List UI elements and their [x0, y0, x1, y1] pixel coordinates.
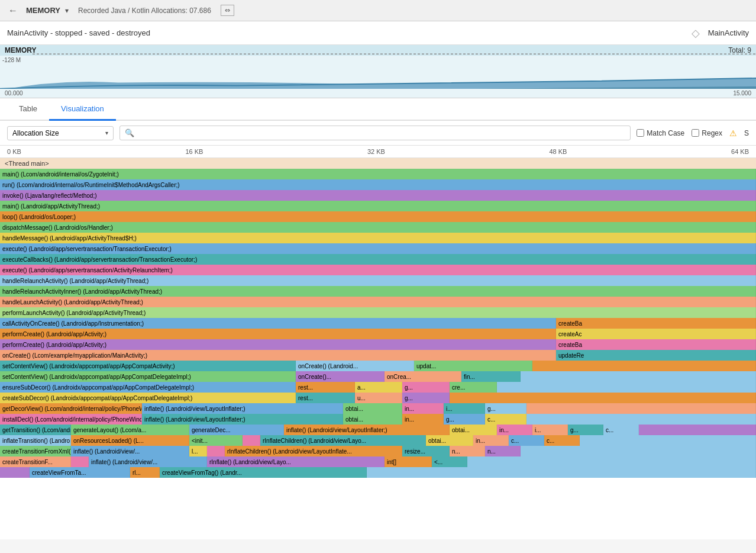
warning-extra: S [744, 129, 749, 137]
flame-cell [367, 467, 756, 478]
flame-cell [532, 361, 756, 371]
flame-cell: performLaunchActivity() (Landroid/app/Ac… [0, 307, 756, 318]
flame-cell: a... [355, 382, 402, 393]
flame-cell: n... [450, 446, 485, 456]
flame-cell: inflate() (Landroid/view/LayoutInflater;… [284, 425, 450, 435]
flame-cell [497, 382, 756, 393]
flame-row: execute() (Landroid/app/servertransactio… [0, 243, 756, 254]
flame-row: onCreate() (Lcom/example/myapplication/M… [0, 350, 756, 361]
flame-row: setContentView() (Landroidx/appcompat/ap… [0, 361, 756, 371]
search-icon: 🔍 [125, 128, 134, 137]
sort-dropdown[interactable]: Allocation Size ▾ [7, 126, 114, 140]
flame-cell: executeCallbacks() (Landroid/app/servert… [0, 254, 756, 265]
size-scale-bar: 0 KB 16 KB 32 KB 48 KB 64 KB [0, 146, 756, 158]
flame-cell: c... [603, 425, 639, 435]
flame-row: getTransition() (Lcom/andr... generateLa… [0, 425, 756, 435]
thread-label: <Thread main> [0, 158, 756, 169]
flame-cell: createAc [556, 329, 756, 339]
flame-cell: getTransition() (Lcom/andr... [0, 425, 71, 435]
flame-cell: int[] [385, 456, 432, 467]
flame-cell: inflate() (Landroid/view/LayoutInflater;… [142, 403, 343, 414]
flame-row: ensureSubDecor() (Landroidx/appcompat/ap… [0, 382, 756, 393]
flame-cell: loop() (Landroid/os/Looper;) [0, 211, 756, 222]
flame-row: handleMessage() (Landroid/app/ActivityTh… [0, 233, 756, 243]
flame-cell [521, 446, 756, 456]
flame-cell: main() (Landroid/app/ActivityThread;) [0, 201, 756, 211]
flame-cell: dispatchMessage() (Landroid/os/Handler;) [0, 222, 756, 233]
flame-cell: callActivityOnCreate() (Landroid/app/Ins… [0, 318, 556, 329]
flame-cell: updateRe [556, 350, 756, 361]
flame-cell: rest... [296, 393, 355, 403]
breadcrumb: Recorded Java / Kotlin Allocations: 07.6… [78, 7, 211, 15]
flame-row: handleLaunchActivity() (Landroid/app/Act… [0, 297, 756, 307]
flame-row: executeCallbacks() (Landroid/app/servert… [0, 254, 756, 265]
flame-cell: in... [497, 425, 532, 435]
rotate-icon: ◇ [692, 27, 700, 40]
flame-cell: setContentView() (Landroidx/appcompat/ap… [0, 371, 296, 382]
flame-cell: g... [402, 382, 450, 393]
flame-cell [243, 435, 260, 446]
flame-cell: g... [444, 414, 485, 425]
flame-cell: execute() (Landroid/app/servertransactio… [0, 243, 756, 254]
flame-cell: n... [485, 446, 521, 456]
flame-cell: obtai... [426, 435, 473, 446]
flame-cell: u... [355, 393, 402, 403]
flame-row: installDecl() (Lcom/android/internal/pol… [0, 414, 756, 425]
tab-table[interactable]: Table [7, 98, 49, 121]
flame-cell: invoke() (Ljava/lang/reflect/Method;) [0, 190, 756, 201]
flame-cell: in... [473, 435, 509, 446]
back-button[interactable]: ← [5, 4, 21, 17]
search-box: 🔍 [119, 126, 631, 140]
flame-cell: generateLayout() (Lcom/a... [71, 425, 189, 435]
tab-visualization[interactable]: Visualization [49, 98, 116, 121]
match-case-checkbox[interactable] [637, 129, 644, 137]
flame-cell: createViewFromTag() (Landr... [160, 467, 367, 478]
scale-0kb: 0 KB [7, 148, 21, 155]
viz-area[interactable]: <Thread main> main() (Lcom/android/inter… [0, 158, 756, 539]
flame-cell [467, 456, 756, 467]
flame-cell: createBa [556, 318, 756, 329]
flame-cell: rInflateChildren() (Landroid/view/Layout… [225, 446, 402, 456]
flame-cell: handleRelaunchActivity() (Landroid/app/A… [0, 275, 756, 286]
regex-checkbox[interactable] [692, 129, 699, 137]
flame-cell: getDecorView() (Lcom/android/internal/po… [0, 403, 142, 414]
flame-cell [639, 425, 756, 435]
header-dropdown[interactable]: ▾ [65, 7, 69, 15]
scale-48kb: 48 KB [549, 148, 567, 155]
flame-cell: g... [568, 425, 603, 435]
flame-cell: i... [532, 425, 568, 435]
fit-button[interactable]: ⇔ [221, 5, 234, 16]
flame-cell [71, 456, 89, 467]
flame-cell [207, 446, 225, 456]
flame-row: main() (Lcom/android/internal/os/ZygoteI… [0, 169, 756, 179]
flame-cell: l... [189, 446, 207, 456]
regex-option[interactable]: Regex [692, 129, 722, 137]
header-bar: ← MEMORY ▾ Recorded Java / Kotlin Alloca… [0, 0, 756, 21]
flame-cell: c... [485, 414, 526, 425]
flame-cell: fin... [461, 371, 521, 382]
flame-cell [450, 393, 756, 403]
flame-cell: in... [402, 414, 444, 425]
flame-cell: onCreate() (Lcom/example/myapplication/M… [0, 350, 556, 361]
flame-cell: createBa [556, 339, 756, 350]
tab-bar: Table Visualization [0, 98, 756, 121]
flame-row: inflateTransition() (Landroi... onResour… [0, 435, 756, 446]
flame-cell: onCreate() (Landroid... [296, 361, 414, 371]
search-input[interactable] [138, 129, 625, 137]
flame-row: createViewFromTa... rl... createViewFrom… [0, 467, 756, 478]
activity-label: MainActivity [708, 28, 749, 37]
memory-timeline: 00.000 15.000 [0, 89, 756, 98]
flame-cell: installDecl() (Lcom/android/internal/pol… [0, 414, 142, 425]
match-case-option[interactable]: Match Case [637, 129, 684, 137]
flame-cell: inflate() (Landroid/view/... [71, 446, 189, 456]
flame-cell: obtai... [450, 425, 497, 435]
subtitle-text: MainActivity - stopped - saved - destroy… [7, 28, 692, 37]
flame-cell [0, 467, 30, 478]
flame-cell: rInflate() (Landroid/view/Layo... [207, 456, 385, 467]
flame-row: callActivityOnCreate() (Landroid/app/Ins… [0, 318, 756, 329]
flame-cell: inflateTransition() (Landroi... [0, 435, 71, 446]
flame-cell: in... [402, 403, 444, 414]
flame-cell: i... [444, 403, 485, 414]
flame-cell: <init... [189, 435, 243, 446]
flame-cell [526, 403, 756, 414]
